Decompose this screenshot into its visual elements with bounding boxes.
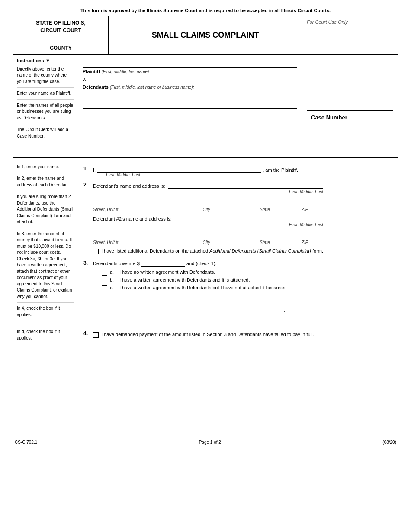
instr-s2-5: In 4, check the box if it applies.	[17, 305, 74, 320]
defendant2-state-field[interactable]	[247, 231, 283, 239]
item-4-content: I have demanded payment of the amount li…	[93, 330, 392, 339]
vs-label: v.	[83, 77, 86, 82]
state-line1: STATE OF ILLINOIS,	[18, 19, 104, 27]
item-1-content: I, , am the Plaintiff. First, Middle, La…	[93, 166, 392, 177]
instructions-header[interactable]: Instructions ▼	[17, 58, 50, 63]
defendants-label: Defendants	[83, 84, 109, 90]
defendant1-state-field[interactable]	[247, 199, 283, 206]
county-line	[35, 42, 87, 43]
instr-1: Directly above, enter the name of the co…	[17, 66, 74, 88]
instructions-col-1: Instructions ▼ Directly above, enter the…	[13, 55, 77, 154]
court-use-top-area	[307, 58, 393, 110]
state-line2: CIRCUIT COURT	[18, 27, 104, 34]
additional-defendants-row: I have listed additional Defendants on t…	[93, 248, 323, 254]
defendant-section: Defendants (First, middle, last name or …	[83, 84, 297, 118]
plaintiff-sublabel: (First, middle, last name)	[101, 69, 149, 74]
item-3-content: Defendants owe me $ and (check 1): a. I …	[93, 260, 285, 313]
defendant1-sublabel: First, Middle, Last	[289, 189, 323, 194]
form-title: SMALL CLAIMS COMPLAINT	[152, 31, 259, 40]
instr-3: Enter the names of all people or busines…	[17, 103, 74, 125]
defendants-sublabel: (First, middle, last name or business na…	[110, 85, 194, 90]
defendant-field-1[interactable]	[83, 91, 297, 99]
bottom-space	[13, 349, 398, 436]
defendant-field-3[interactable]	[83, 110, 297, 118]
court-use-text: For Court Use Only	[307, 19, 348, 25]
footer-form-code: CS-C 702.1	[15, 440, 37, 445]
defendant1-city-field[interactable]	[170, 199, 243, 206]
section2-main: 1. I, , am the Plaintiff. First, Middle,…	[77, 161, 398, 326]
item-4-row: 4. I have demanded payment of the amount…	[83, 330, 392, 339]
footer-page-info: Page 1 of 2	[199, 440, 221, 445]
item-3a-row: a. I have no written agreement with Defe…	[93, 269, 285, 276]
court-use-only-label: For Court Use Only	[302, 16, 398, 54]
plaintiff-row: Plaintiff (First, middle, last name)	[83, 60, 297, 74]
item-2-number: 2.	[83, 182, 93, 188]
footer: CS-C 702.1 Page 1 of 2 (08/20)	[13, 436, 398, 445]
instr-s4-1: In 4, check the box if it applies.	[17, 329, 74, 344]
defendant2-street-field[interactable]	[93, 231, 166, 239]
plaintiff-name-field[interactable]	[97, 166, 261, 173]
item-1-number: 1.	[83, 166, 93, 172]
defendant2-zip-field[interactable]	[286, 231, 323, 239]
county-label: COUNTY	[18, 45, 104, 51]
owe-row: Defendants owe me $ and (check 1):	[93, 260, 285, 267]
defendant2-city-field[interactable]	[170, 231, 243, 239]
item-1-row: 1. I, , am the Plaintiff. First, Middle,…	[83, 166, 392, 177]
instr-s2-1: In 1, enter your name.	[17, 164, 74, 173]
item-3c-row: c. I have a written agreement with Defen…	[93, 285, 285, 291]
defendant1-label: Defendant's name and address is:	[93, 183, 165, 189]
case-number-label: Case Number	[311, 114, 389, 121]
defendant2-name-field[interactable]	[174, 215, 323, 221]
item-4-text: I have demanded payment of the amount li…	[101, 332, 314, 337]
plaintiff-field[interactable]	[83, 60, 297, 68]
footer-date-code: (08/20)	[382, 440, 396, 445]
item-3b-row: b. I have a written agreement with Defen…	[93, 277, 285, 283]
checkbox-3b[interactable]	[102, 278, 107, 283]
explanation-line-1[interactable]	[93, 294, 285, 301]
checkbox-3c[interactable]	[102, 285, 107, 291]
option-3b-text: I have a written agreement with Defendan…	[119, 277, 250, 282]
option-3a-text: I have no written agreement with Defenda…	[119, 269, 215, 275]
instructions-col-2: In 1, enter your name. In 2, enter the n…	[13, 161, 77, 326]
defendant2-label: Defendant #2's name and address is:	[93, 216, 172, 221]
item-4-number: 4.	[83, 330, 93, 337]
item-3-number: 3.	[83, 260, 93, 266]
defendant2-sublabel: First, Middle, Last	[289, 222, 323, 227]
item-1-sublabel: First, Middle, Last	[106, 173, 140, 177]
case-number-section: Case Number	[307, 110, 393, 150]
item-2-content: Defendant's name and address is: First, …	[93, 182, 323, 256]
defendant1-name-field[interactable]	[168, 182, 323, 189]
top-notice-text: This form is approved by the Illinois Su…	[80, 8, 331, 13]
amount-field[interactable]	[141, 260, 185, 267]
checkbox-3a[interactable]	[102, 270, 107, 276]
instr-s2-3: If you are suing more than 2 Defendants,…	[17, 194, 74, 228]
additional-defendants-checkbox[interactable]	[93, 249, 99, 254]
option-3c-text: I have a written agreement with Defendan…	[119, 285, 285, 290]
header-center: SMALL CLAIMS COMPLAINT	[109, 16, 302, 54]
item-3-row: 3. Defendants owe me $ and (check 1): a.	[83, 260, 392, 313]
instr-s2-4: In 3, enter the amount of money that is …	[17, 231, 74, 303]
court-use-col: Case Number	[302, 55, 398, 154]
header-state-court: STATE OF ILLINOIS, CIRCUIT COURT COUNTY	[13, 16, 109, 54]
vs-row: v.	[83, 77, 297, 82]
instructions-col-4: In 4, check the box if it applies.	[13, 326, 77, 349]
plaintiff-label: Plaintiff	[83, 69, 100, 74]
form-main-col-1: Plaintiff (First, middle, last name) v. …	[77, 55, 302, 154]
defendant-field-2[interactable]	[83, 101, 297, 109]
item-2-row: 2. Defendant's name and address is: Firs…	[83, 182, 392, 256]
defendant1-street-field[interactable]	[93, 199, 166, 206]
defendant1-zip-field[interactable]	[286, 199, 323, 206]
explanation-line-2[interactable]	[93, 303, 283, 311]
instr-s2-2: In 2, enter the name and address of each…	[17, 176, 74, 191]
item-4-checkbox-row: I have demanded payment of the amount li…	[93, 332, 392, 338]
instr-2: Enter your name as Plaintiff.	[17, 90, 74, 100]
top-notice: This form is approved by the Illinois Su…	[13, 8, 398, 13]
checkbox-4[interactable]	[93, 332, 99, 338]
section4-main: 4. I have demanded payment of the amount…	[77, 326, 398, 349]
explanation-lines: .	[93, 294, 285, 313]
instr-4: The Circuit Clerk will add a Case Number…	[17, 127, 74, 142]
